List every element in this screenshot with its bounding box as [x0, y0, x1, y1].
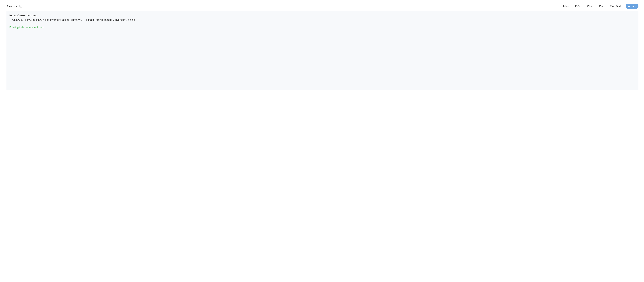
- results-title: Results: [6, 4, 17, 8]
- tab-advice[interactable]: Advice: [626, 4, 638, 9]
- results-header-left: Results: [6, 4, 22, 8]
- tab-table[interactable]: Table: [562, 4, 570, 9]
- svg-rect-0: [20, 6, 22, 7]
- results-content-panel: Index Currently Used CREATE PRIMARY INDE…: [6, 11, 638, 90]
- results-tabs: Table JSON Chart Plan Plan Text Advice: [562, 4, 638, 9]
- tab-chart[interactable]: Chart: [586, 4, 594, 9]
- index-statement-text: CREATE PRIMARY INDEX def_inventory_airli…: [10, 18, 636, 22]
- tab-plan-text[interactable]: Plan Text: [610, 4, 621, 9]
- existing const-indexes-sufficient-message: Existing indexes are sufficient.: [10, 26, 636, 29]
- index-currently-used-heading: Index Currently Used: [10, 14, 636, 17]
- tab-json[interactable]: JSON: [574, 4, 582, 9]
- results-header-row: Results Table JSON Chart Plan Plan Text …: [6, 4, 638, 9]
- tab-plan[interactable]: Plan: [598, 4, 605, 9]
- copy-icon[interactable]: [19, 5, 22, 8]
